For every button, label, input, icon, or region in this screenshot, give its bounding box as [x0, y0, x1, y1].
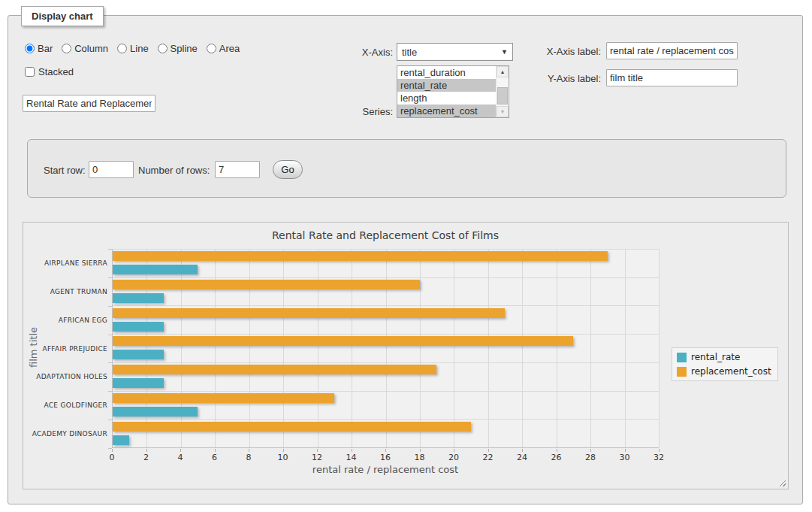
- radio-area-input[interactable]: [207, 44, 216, 53]
- stacked-checkbox[interactable]: [25, 67, 35, 77]
- bar-rental_rate[interactable]: [113, 322, 164, 332]
- bar-replacement_cost[interactable]: [113, 336, 573, 346]
- x-axis-tick: [283, 449, 284, 452]
- bar-replacement_cost[interactable]: [113, 365, 436, 374]
- chart-title-input[interactable]: [23, 95, 155, 112]
- series-multiselect[interactable]: rental_durationrental_ratelengthreplacem…: [397, 65, 509, 118]
- radio-spline[interactable]: Spline: [158, 43, 198, 54]
- x-axis-tick: [590, 449, 591, 452]
- radio-bar[interactable]: Bar: [25, 43, 53, 54]
- radio-label: Line: [130, 43, 149, 54]
- legend-item-rental_rate[interactable]: rental_rate: [677, 352, 771, 362]
- series-option-length[interactable]: length: [397, 92, 496, 105]
- chart-plot-area: [112, 249, 659, 448]
- bar-replacement_cost[interactable]: [113, 280, 420, 289]
- go-button[interactable]: Go: [273, 160, 303, 179]
- x-axis-tick-label: 30: [620, 453, 630, 462]
- start-row-label: Start row:: [44, 165, 86, 176]
- bar-group-academy-dinosaur: [113, 419, 659, 447]
- y-category-label: ACADEMY DINOSAUR: [25, 430, 107, 438]
- resize-handle-icon[interactable]: [777, 478, 786, 486]
- bar-group-affair-prejudice: [113, 334, 659, 362]
- x-axis-tick: [557, 449, 557, 452]
- legend-swatch-icon: [677, 367, 687, 377]
- bar-group-airplane-sierra: [113, 249, 659, 277]
- series-option-replacement_cost[interactable]: replacement_cost: [397, 105, 496, 117]
- scroll-up-icon[interactable]: ▲: [497, 66, 509, 77]
- y-category-label: ADAPTATION HOLES: [25, 373, 107, 380]
- x-axis-tick: [180, 449, 181, 452]
- start-row-input[interactable]: [89, 161, 134, 178]
- x-axis-tick: [454, 449, 454, 452]
- radio-column[interactable]: Column: [62, 43, 108, 54]
- y-category-label: AFRICAN EGG: [25, 317, 107, 324]
- series-options: rental_durationrental_ratelengthreplacem…: [397, 66, 496, 117]
- legend-item-replacement_cost[interactable]: replacement_cost: [677, 366, 771, 377]
- x-axis-tick-label: 16: [380, 453, 391, 462]
- radio-area[interactable]: Area: [207, 43, 240, 54]
- bar-rental_rate[interactable]: [113, 378, 164, 388]
- dropdown-arrow-icon: ▼: [501, 48, 508, 56]
- bar-group-ace-goldfinger: [113, 391, 659, 420]
- x-axis-tick: [385, 449, 386, 452]
- x-axis-tick: [215, 449, 216, 452]
- y-category-label: AIRPLANE SIERRA: [25, 259, 107, 267]
- x-axis-tick: [625, 449, 626, 452]
- series-scrollbar[interactable]: ▲ ▼: [496, 66, 509, 117]
- stacked-label: Stacked: [38, 66, 74, 77]
- y-axis-label-input[interactable]: [606, 69, 738, 86]
- bar-rental_rate[interactable]: [113, 407, 198, 417]
- bar-replacement_cost[interactable]: [113, 393, 334, 403]
- bar-rental_rate[interactable]: [113, 293, 164, 303]
- x-axis-tick: [488, 449, 489, 452]
- chart-type-radio-group: BarColumnLineSplineArea: [25, 43, 240, 54]
- x-axis-selected-value: title: [402, 47, 417, 58]
- radio-label: Area: [219, 43, 240, 54]
- x-axis-tick-label: 14: [346, 453, 357, 462]
- chart-x-axis-title: rental rate / replacement cost: [112, 464, 659, 475]
- x-axis-select[interactable]: title ▼: [397, 43, 513, 61]
- radio-column-input[interactable]: [62, 44, 71, 53]
- stacked-checkbox-row[interactable]: Stacked: [25, 66, 74, 77]
- x-axis-tick-label: 10: [278, 453, 288, 462]
- scrollbar-thumb[interactable]: [497, 87, 508, 105]
- x-axis-tick-label: 18: [415, 453, 425, 462]
- x-axis-tick-label: 28: [585, 453, 596, 462]
- series-option-rental_duration[interactable]: rental_duration: [397, 66, 496, 79]
- chart-title: Rental Rate and Replacement Cost of Film…: [112, 229, 659, 241]
- y-category-label: ACE GOLDFINGER: [25, 401, 107, 409]
- bar-rental_rate[interactable]: [113, 350, 164, 359]
- radio-bar-input[interactable]: [25, 44, 35, 53]
- num-rows-label: Number of rows:: [138, 165, 210, 176]
- radio-line[interactable]: Line: [117, 43, 149, 54]
- bar-rental_rate[interactable]: [113, 435, 129, 445]
- radio-spline-input[interactable]: [158, 44, 168, 53]
- series-option-rental_rate[interactable]: rental_rate: [397, 79, 496, 92]
- scroll-down-icon[interactable]: ▼: [497, 106, 509, 117]
- x-axis-tick-label: 20: [448, 453, 459, 462]
- bar-replacement_cost[interactable]: [113, 308, 505, 318]
- page: Display chart BarColumnLineSplineArea St…: [0, 0, 812, 512]
- bar-replacement_cost[interactable]: [113, 251, 608, 261]
- radio-line-input[interactable]: [117, 44, 127, 53]
- fieldset-legend: Display chart: [21, 6, 104, 26]
- x-axis-label-caption: X-Axis label:: [517, 46, 601, 57]
- x-axis-tick-label: 22: [483, 453, 494, 462]
- legend-swatch-icon: [677, 353, 687, 362]
- bar-replacement_cost[interactable]: [113, 422, 471, 432]
- bar-group-agent-truman: [113, 277, 659, 306]
- x-axis-tick-label: 26: [551, 453, 562, 462]
- bar-rental_rate[interactable]: [113, 265, 198, 274]
- num-rows-input[interactable]: [215, 161, 260, 178]
- bar-group-adaptation-holes: [113, 362, 659, 391]
- y-axis-tick: [108, 306, 112, 307]
- x-axis-select-label: X-Axis:: [325, 47, 393, 58]
- legend-label: replacement_cost: [691, 366, 771, 377]
- y-axis-tick: [108, 335, 112, 335]
- x-axis-label-input[interactable]: [606, 42, 738, 59]
- x-axis-tick: [317, 449, 318, 452]
- y-axis-label-caption: Y-Axis label:: [517, 73, 601, 84]
- gridline-vertical: [659, 249, 660, 447]
- radio-label: Column: [74, 43, 108, 54]
- x-axis-tick-label: 32: [654, 453, 664, 462]
